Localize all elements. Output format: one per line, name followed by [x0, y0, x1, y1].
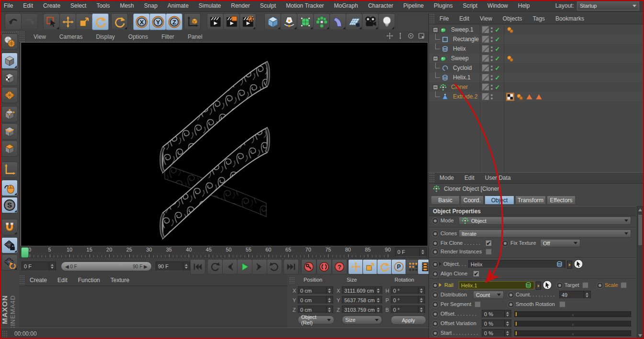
phong-tag-icon[interactable] [516, 93, 523, 100]
redo-button[interactable] [21, 13, 38, 30]
rotation-p-field[interactable]: 0 ° [391, 296, 425, 304]
anim-dot-object[interactable] [432, 261, 439, 268]
anim-dot-count[interactable] [508, 292, 514, 298]
layer-color-box[interactable] [482, 83, 489, 91]
goto-end-button[interactable] [283, 259, 299, 274]
attribute-scrollbar[interactable] [637, 206, 644, 339]
size-z-field[interactable]: 3103.759 cm [342, 306, 382, 314]
primitive-cube-button[interactable] [264, 13, 281, 30]
target-checkbox[interactable] [582, 282, 588, 288]
keyframe-scale-button[interactable] [362, 259, 378, 274]
rotate-view-icon[interactable] [407, 33, 414, 41]
tab-coord-[interactable]: Coord. [461, 196, 484, 205]
menu-plugins[interactable]: Plugins [434, 2, 452, 9]
object-row-sweep-1[interactable]: Sweep.1✓ [429, 25, 644, 34]
layer-color-box[interactable] [482, 64, 489, 72]
menu-pipeline[interactable]: Pipeline [403, 2, 424, 9]
step-forward-button[interactable] [252, 259, 267, 274]
object-row-helix-1[interactable]: Helix.1✓ [429, 73, 644, 82]
anim-dot-per-segment[interactable] [432, 301, 439, 308]
scroll-down-icon[interactable] [638, 334, 642, 337]
timeline-ruler[interactable]: 051015202530354045505560657075808590 0 F [19, 246, 429, 259]
anim-dot-offset[interactable] [432, 311, 439, 317]
rotation-b-field[interactable]: 0 ° [391, 306, 425, 314]
expander-icon[interactable] [433, 56, 438, 61]
camera-button[interactable] [362, 13, 379, 30]
floor-button[interactable] [346, 13, 362, 30]
expander-icon[interactable] [433, 85, 438, 90]
points-mode-button[interactable] [1, 106, 18, 122]
expander-icon[interactable] [433, 27, 438, 33]
offset-slider[interactable] [514, 311, 631, 317]
zoom-view-icon[interactable] [397, 33, 404, 41]
undo-button[interactable] [5, 13, 22, 30]
enabled-check-icon[interactable]: ✓ [494, 55, 501, 62]
stepper-icon[interactable] [504, 329, 509, 337]
coords-grip[interactable] [289, 277, 295, 284]
scrollbar-thumb[interactable] [638, 214, 643, 246]
fix-clone-checkbox[interactable]: ✔ [486, 240, 492, 246]
scroll-up-icon[interactable] [638, 208, 642, 211]
ruler-frame-field[interactable]: 0 F [395, 247, 427, 257]
lock-workplane-button[interactable] [1, 237, 18, 253]
timeline-playhead[interactable] [21, 247, 29, 258]
object-row-sweep[interactable]: Sweep✓ [429, 54, 644, 63]
snap-settings-button[interactable]: S [1, 197, 18, 213]
anim-dot-fix-clone[interactable] [432, 240, 439, 247]
layer-color-box[interactable] [482, 55, 489, 62]
frame-range-slider[interactable]: ◀ 0 F 90 F ▶ [61, 262, 152, 271]
enabled-check-icon[interactable]: ✓ [494, 84, 501, 91]
visibility-dots[interactable] [491, 94, 493, 99]
anim-dot-clones[interactable] [432, 230, 439, 237]
tab-object[interactable]: Object [485, 196, 514, 205]
anim-dot-target[interactable] [556, 282, 563, 289]
layer-color-box[interactable] [482, 74, 489, 81]
texture-tag-icon[interactable] [507, 93, 514, 100]
tab-transform[interactable]: Transform [515, 196, 546, 205]
layout-dropdown[interactable]: Startup [577, 1, 639, 11]
object-manager-grip[interactable] [429, 13, 435, 24]
triangle-tag-icon[interactable] [535, 93, 542, 100]
subdivision-surface-button[interactable] [297, 13, 314, 30]
expand-triangle-icon[interactable] [439, 283, 441, 287]
menu-mograph[interactable]: MoGraph [334, 2, 358, 9]
om-menu-edit[interactable]: Edit [459, 15, 469, 22]
keyframe-parameter-button[interactable]: P [391, 259, 407, 274]
position-y-field[interactable]: 0 cm [298, 296, 333, 304]
play-forward-button[interactable] [237, 259, 252, 274]
coordinate-system-button[interactable] [184, 13, 201, 30]
viewport-menu-display[interactable]: Display [96, 33, 114, 40]
apply-button[interactable]: Apply [391, 316, 426, 325]
stepper-icon[interactable] [419, 248, 424, 256]
viewport-grip[interactable] [19, 31, 25, 42]
axis-x-button[interactable]: X [133, 13, 150, 30]
play-loop-button[interactable] [267, 259, 282, 274]
stepper-icon[interactable] [584, 291, 588, 298]
material-manager-grip[interactable] [19, 275, 25, 285]
step-backward-button[interactable] [222, 259, 237, 274]
coords-size-dropdown[interactable]: Size [342, 316, 382, 324]
polygons-mode-button[interactable] [1, 141, 18, 157]
record-key-button[interactable] [301, 259, 316, 274]
move-button[interactable] [59, 13, 76, 30]
object-row-extrude-2[interactable]: Extrude.2✓ [429, 92, 644, 101]
live-selection-button[interactable] [43, 13, 60, 30]
layer-color-box[interactable] [482, 26, 489, 33]
fix-texture-dropdown[interactable]: Off [540, 239, 580, 247]
mograph-button[interactable] [313, 13, 330, 30]
deformer-button[interactable] [329, 13, 346, 30]
record-auto-button[interactable] [316, 259, 332, 274]
viewport-menu-panel[interactable]: Panel [188, 33, 203, 40]
menu-motion-tracker[interactable]: Motion Tracker [286, 2, 324, 9]
viewport-menu-filter[interactable]: Filter [161, 33, 174, 40]
anim-dot-smooth-rotation[interactable] [508, 301, 514, 308]
object-link-field[interactable]: Helix [468, 260, 565, 268]
goto-start-button[interactable] [190, 259, 205, 274]
viewport-menu-options[interactable]: Options [128, 33, 148, 40]
anim-dot-distribution[interactable] [432, 292, 439, 298]
menu-tools[interactable]: Tools [96, 2, 110, 9]
visibility-dots[interactable] [491, 37, 493, 42]
visibility-dots[interactable] [491, 27, 493, 33]
stepper-icon[interactable] [183, 262, 188, 271]
keyframe-rotate-button[interactable] [377, 259, 392, 274]
